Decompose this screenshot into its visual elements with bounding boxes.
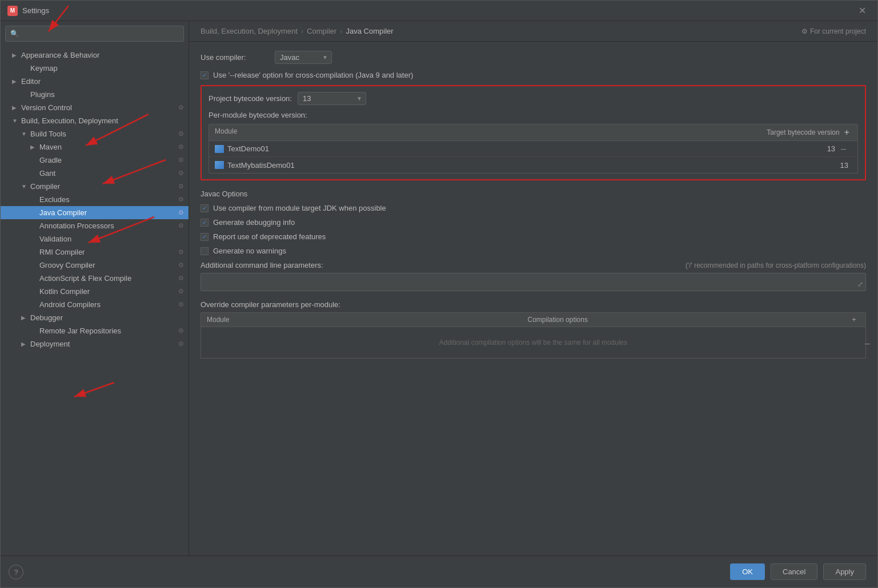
bytecode-version: 13 (840, 161, 848, 170)
sidebar-item-label: Plugins (30, 90, 184, 99)
sidebar-item-label: Groovy Compiler (39, 261, 176, 269)
sidebar-item-android-compilers[interactable]: Android Compilers ⚙ (1, 298, 189, 311)
sidebar-item-label: Java Compiler (39, 208, 176, 217)
sidebar-item-rmi-compiler[interactable]: RMI Compiler ⚙ (1, 245, 189, 259)
remove-module-button[interactable]: – (839, 144, 848, 154)
arrow-icon: ▼ (21, 131, 28, 137)
breadcrumb-sep: › (301, 27, 303, 35)
override-label-row: Override compiler parameters per-module: (201, 300, 866, 309)
settings-icon: ⚙ (178, 183, 184, 190)
per-module-label: Per-module bytecode version: (209, 111, 307, 119)
sidebar-item-appearance[interactable]: ▶ Appearance & Behavior (1, 49, 189, 62)
sidebar-item-label: Annotation Processors (39, 221, 176, 230)
use-compiler-select[interactable]: Javac ▼ (275, 51, 332, 64)
module-name: TextDemo01 (227, 144, 269, 153)
additional-params-input[interactable]: ⤢ (201, 273, 866, 291)
sidebar-item-label: Deployment (30, 340, 176, 348)
sidebar-item-kotlin-compiler[interactable]: Kotlin Compiler ⚙ (1, 285, 189, 298)
sidebar-item-validation[interactable]: Validation (1, 232, 189, 245)
javac-check-3-box[interactable] (201, 233, 209, 241)
expand-icon: ⤢ (857, 280, 863, 288)
sidebar-item-actionscript[interactable]: ActionScript & Flex Compile ⚙ (1, 272, 189, 285)
arrow-icon: ▶ (12, 52, 19, 58)
settings-icon: ⚙ (178, 222, 184, 229)
override-col-options: Compilation options (522, 313, 843, 327)
module-icon (215, 145, 224, 153)
app-icon: M (7, 6, 18, 16)
release-option-label: Use '--release' option for cross-compila… (213, 71, 413, 79)
release-option-row: Use '--release' option for cross-compila… (201, 71, 866, 79)
sidebar-item-debugger[interactable]: ▶ Debugger (1, 311, 189, 324)
settings-icon: ⚙ (178, 196, 184, 203)
override-section: Override compiler parameters per-module:… (201, 300, 866, 359)
project-bytecode-select[interactable]: 13 ▼ (298, 92, 366, 105)
sidebar-item-build-execution[interactable]: ▼ Build, Execution, Deployment (1, 114, 189, 127)
sidebar-item-plugins[interactable]: Plugins (1, 88, 189, 101)
javac-check-1-box[interactable] (201, 204, 209, 212)
settings-icon: ⚙ (178, 261, 184, 269)
bytecode-version-cell: 13 (755, 159, 857, 172)
sidebar-item-label: ActionScript & Flex Compile (39, 274, 176, 283)
bottom-bar: ? OK Cancel Apply (1, 555, 877, 587)
sidebar-item-gant[interactable]: Gant ⚙ (1, 167, 189, 180)
settings-icon: ⚙ (178, 170, 184, 177)
javac-check-4: Generate no warnings (201, 247, 866, 255)
right-panel: Build, Execution, Deployment › Compiler … (189, 21, 877, 555)
per-module-label-row: Per-module bytecode version: (209, 111, 858, 119)
javac-check-1-label: Use compiler from module target JDK when… (213, 204, 386, 212)
sidebar-item-excludes[interactable]: Excludes ⚙ (1, 193, 189, 206)
sidebar-item-build-tools[interactable]: ▼ Build Tools ⚙ (1, 127, 189, 140)
arrow-icon: ▶ (21, 341, 28, 347)
ok-button[interactable]: OK (730, 563, 765, 580)
sidebar-item-java-compiler[interactable]: Java Compiler ⚙ (1, 206, 189, 219)
add-override-button[interactable]: + (843, 313, 865, 327)
params-hint: ('/' recommended in paths for cross-plat… (685, 261, 866, 269)
add-module-button[interactable]: + (842, 127, 852, 138)
search-input[interactable] (22, 30, 179, 38)
additional-params-row: Additional command line parameters: ('/'… (201, 261, 866, 269)
override-label: Override compiler parameters per-module: (201, 300, 340, 309)
sidebar-item-remote-jar[interactable]: Remote Jar Repositories ⚙ (1, 324, 189, 337)
cancel-button[interactable]: Cancel (771, 563, 817, 580)
sidebar-item-label: Android Compilers (39, 300, 176, 309)
arrow-icon: ▶ (12, 104, 19, 111)
sidebar-item-deployment[interactable]: ▶ Deployment ⚙ (1, 337, 189, 351)
sidebar-item-compiler[interactable]: ▼ Compiler ⚙ (1, 180, 189, 193)
sidebar-item-label: Excludes (39, 195, 176, 204)
additional-params-input-wrap: ⤢ (201, 273, 866, 291)
arrow-icon: ▶ (30, 144, 37, 150)
help-button[interactable]: ? (9, 565, 23, 579)
settings-icon: ⚙ (178, 327, 184, 335)
settings-icon: ⚙ (178, 288, 184, 295)
search-box[interactable]: 🔍 (5, 26, 184, 42)
use-compiler-label: Use compiler: (201, 53, 269, 62)
sidebar-item-gradle[interactable]: Gradle ⚙ (1, 154, 189, 167)
sidebar-item-label: Gradle (39, 156, 176, 164)
apply-button[interactable]: Apply (823, 563, 866, 580)
sidebar-item-version-control[interactable]: ▶ Version Control ⚙ (1, 101, 189, 114)
module-name-cell: TextDemo01 (209, 142, 755, 155)
breadcrumb-sep: › (340, 27, 342, 35)
sidebar-item-editor[interactable]: ▶ Editor (1, 75, 189, 88)
arrow-icon: ▶ (21, 315, 28, 321)
breadcrumb-part-2: Compiler (307, 27, 336, 35)
arrow-icon: ▶ (12, 78, 19, 84)
javac-check-2-box[interactable] (201, 219, 209, 227)
release-option-checkbox[interactable] (201, 71, 209, 79)
javac-check-4-box[interactable] (201, 247, 209, 255)
additional-params-label: Additional command line parameters: (201, 261, 323, 269)
remove-override-button[interactable]: – (863, 339, 872, 349)
sidebar-item-groovy-compiler[interactable]: Groovy Compiler ⚙ (1, 259, 189, 272)
use-compiler-row: Use compiler: Javac ▼ (201, 51, 866, 64)
sidebar-item-annotation-processors[interactable]: Annotation Processors ⚙ (1, 219, 189, 232)
sidebar-item-maven[interactable]: ▶ Maven ⚙ (1, 140, 189, 154)
settings-icon: ⚙ (178, 156, 184, 164)
javac-check-4-label: Generate no warnings (213, 247, 286, 255)
bytecode-version-cell: 13 – (755, 142, 857, 156)
settings-icon: ⚙ (178, 104, 184, 111)
for-project-label: ⚙ For current project (801, 27, 866, 35)
sidebar-item-keymap[interactable]: Keymap (1, 62, 189, 75)
close-button[interactable]: ✕ (854, 3, 871, 18)
main-content: 🔍 ▶ Appearance & Behavior Keymap ▶ Edito… (1, 21, 877, 555)
sidebar: 🔍 ▶ Appearance & Behavior Keymap ▶ Edito… (1, 21, 189, 555)
